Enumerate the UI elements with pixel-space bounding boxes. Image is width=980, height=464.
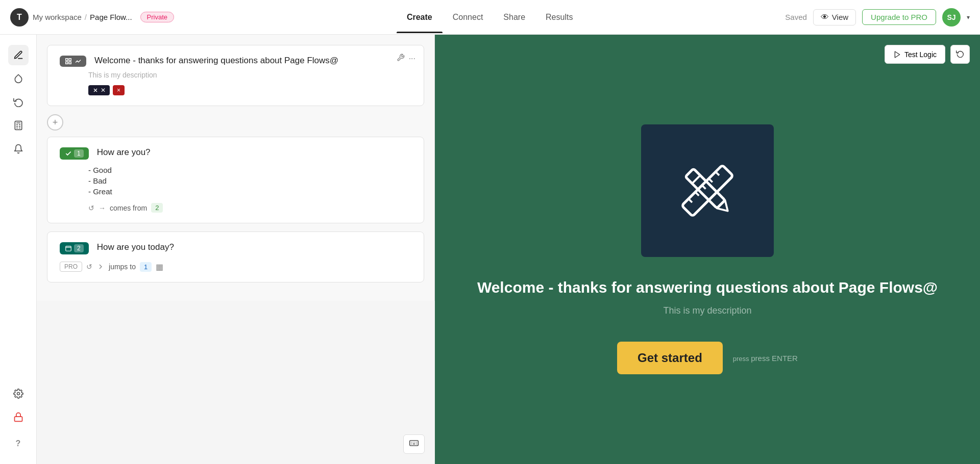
card-welcome: Welcome - thanks for answering questions…	[47, 45, 424, 106]
upgrade-button[interactable]: Upgrade to PRO	[862, 9, 936, 25]
option-bad: - Bad	[88, 176, 411, 185]
calculator-icon[interactable]	[8, 115, 29, 136]
option-good: - Good	[88, 166, 411, 174]
card-how-are-you: 1 How are you? - Good - Bad - Great ↺ → …	[47, 137, 424, 223]
logo[interactable]: T	[10, 8, 29, 27]
jumps-to-label: jumps to	[109, 263, 136, 271]
avatar[interactable]: SJ	[942, 8, 961, 27]
editor-panel: Welcome - thanks for answering questions…	[37, 35, 435, 301]
badge-num-2: 2	[74, 244, 84, 252]
tag-close[interactable]: ×	[113, 85, 125, 95]
svg-line-32	[716, 172, 719, 175]
nav-create[interactable]: Create	[397, 2, 443, 33]
card-welcome-header: Welcome - thanks for answering questions…	[60, 56, 411, 67]
card-welcome-tags: ✕ ×	[88, 85, 411, 95]
card-how-are-you-title[interactable]: How are you?	[97, 147, 411, 158]
breadcrumb-page[interactable]: Page Flow...	[90, 13, 132, 21]
card-welcome-desc: This is my description	[88, 71, 411, 79]
refresh-icon[interactable]	[8, 92, 29, 112]
bell-icon[interactable]	[8, 139, 29, 159]
test-logic-button[interactable]: Test Logic	[885, 45, 945, 64]
comes-from-row: ↺ → comes from 2	[88, 203, 411, 213]
svg-rect-11	[69, 59, 71, 61]
option-great: - Great	[88, 187, 411, 196]
header-right: Saved 👁 View Upgrade to PRO SJ ▾	[785, 8, 970, 27]
saved-button[interactable]: Saved	[785, 13, 807, 21]
private-badge[interactable]: Private	[140, 12, 174, 22]
card-how-are-you-today-header: 2 How are you today?	[60, 242, 411, 254]
card-how-are-you-header: 1 How are you?	[60, 147, 411, 160]
lock-icon[interactable]	[8, 407, 29, 427]
svg-rect-13	[69, 62, 71, 64]
breadcrumb-sep: /	[85, 13, 87, 21]
nav-results[interactable]: Results	[535, 2, 583, 33]
card-welcome-title[interactable]: Welcome - thanks for answering questions…	[94, 56, 411, 66]
card-welcome-actions: ···	[397, 54, 415, 64]
svg-rect-9	[14, 417, 22, 421]
preview-bottom: Get started press press ENTER	[617, 342, 798, 374]
card-how-are-you-today-badge: 2	[60, 242, 89, 254]
add-btn-row: +	[37, 114, 434, 131]
options-list: - Good - Bad - Great	[88, 166, 411, 196]
svg-rect-10	[66, 59, 68, 61]
svg-line-31	[709, 178, 713, 182]
editor-wrapper: Welcome - thanks for answering questions…	[37, 35, 435, 464]
workspace-link[interactable]: My workspace	[33, 13, 82, 21]
repeat-icon: ↺	[88, 204, 94, 212]
preview-top-right: Test Logic	[885, 45, 970, 64]
svg-line-30	[702, 185, 705, 189]
svg-rect-18	[410, 441, 419, 446]
help-icon[interactable]: ?	[8, 433, 29, 454]
repeat-icon-2: ↺	[86, 263, 92, 271]
jumps-row: PRO ↺ jumps to 1 ▦	[60, 262, 411, 272]
badge-num-1: 1	[74, 149, 84, 158]
more-icon[interactable]: ···	[409, 54, 415, 64]
test-logic-icon	[893, 50, 901, 59]
card-how-are-you-badge: 1	[60, 147, 89, 160]
arrow-right-icon: →	[99, 204, 106, 212]
edit-icon[interactable]	[8, 45, 29, 65]
chevron-down-icon[interactable]: ▾	[967, 14, 970, 21]
eye-icon: 👁	[821, 13, 829, 22]
breadcrumb: My workspace / Page Flow...	[33, 13, 132, 21]
preview-panel: Test Logic	[435, 35, 980, 464]
add-button[interactable]: +	[47, 114, 63, 131]
svg-line-28	[689, 199, 692, 202]
svg-rect-16	[66, 246, 71, 251]
droplet-icon[interactable]	[8, 68, 29, 89]
svg-line-35	[692, 175, 700, 184]
nav-connect[interactable]: Connect	[443, 2, 494, 33]
preview-icon-box	[641, 124, 774, 257]
settings-icon[interactable]	[8, 383, 29, 404]
preview-logo-icon	[669, 152, 746, 229]
get-started-button[interactable]: Get started	[617, 342, 723, 374]
pro-badge: PRO	[60, 262, 82, 272]
refresh-icon	[956, 49, 964, 58]
nav-share[interactable]: Share	[493, 2, 535, 33]
header: T My workspace / Page Flow... Private Cr…	[0, 0, 980, 35]
jumps-to-num[interactable]: 1	[140, 262, 152, 272]
svg-point-8	[17, 393, 19, 395]
press-enter-label: press press ENTER	[733, 354, 798, 363]
svg-marker-26	[895, 51, 899, 58]
grid-icon: ▦	[156, 262, 163, 272]
preview-title: Welcome - thanks for answering questions…	[477, 277, 938, 297]
refresh-button[interactable]	[950, 45, 970, 64]
tag-x[interactable]: ✕	[88, 85, 110, 95]
view-button[interactable]: 👁 View	[813, 9, 856, 25]
card-how-are-you-today-title[interactable]: How are you today?	[97, 242, 411, 252]
card-welcome-badge	[60, 56, 86, 67]
svg-line-29	[695, 192, 699, 196]
preview-description: This is my description	[663, 305, 751, 316]
main-nav: Create Connect Share Results	[199, 2, 781, 33]
card-how-are-you-today: 2 How are you today? PRO ↺ jumps to 1 ▦	[47, 231, 424, 282]
left-sidebar: ?	[0, 35, 37, 464]
wrench-icon[interactable]	[397, 54, 405, 64]
comes-from-label: comes from	[110, 204, 147, 212]
comes-from-num[interactable]: 2	[151, 203, 163, 213]
jump-arrow-icon	[96, 263, 105, 271]
main-layout: ? Welcome - thanks for answering questio…	[0, 35, 980, 464]
svg-rect-12	[66, 62, 68, 64]
keyboard-btn-wrapper	[403, 434, 425, 454]
keyboard-button[interactable]	[403, 434, 425, 454]
